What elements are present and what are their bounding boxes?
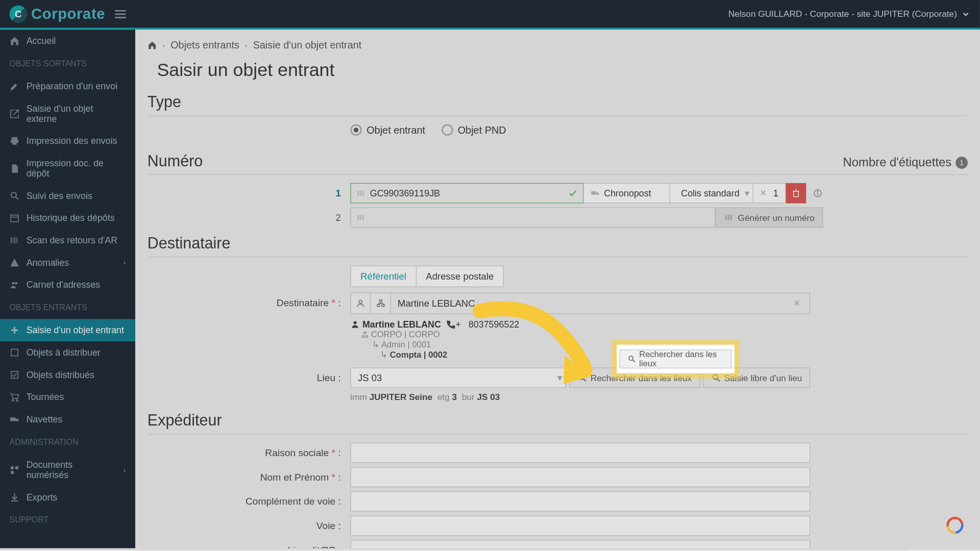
destinataire-name: Martine LEBLANC	[362, 320, 441, 330]
svg-rect-10	[15, 237, 16, 243]
download-icon	[10, 492, 20, 503]
annotation-highlight-box: Rechercher dans les lieux	[611, 339, 740, 379]
svg-point-19	[16, 399, 18, 401]
delete-row-button[interactable]	[786, 183, 806, 204]
home-icon[interactable]	[148, 40, 157, 50]
svg-point-3	[11, 192, 16, 197]
person-icon-button[interactable]	[350, 293, 371, 314]
sidebar-item-accueil[interactable]: Accueil	[0, 30, 135, 52]
svg-rect-20	[10, 417, 15, 421]
info-icon[interactable]	[813, 189, 823, 198]
lieudit-input[interactable]	[350, 540, 810, 548]
menu-toggle-icon[interactable]	[115, 8, 126, 20]
carrier-select[interactable]: Chronopost	[583, 183, 670, 204]
svg-point-18	[12, 399, 14, 401]
qrcode-icon	[10, 465, 20, 475]
org-icon-button[interactable]	[371, 293, 391, 314]
user-context-dropdown[interactable]: Nelson GUILLARD - Corporate - site JUPIT…	[728, 9, 970, 19]
svg-rect-27	[359, 191, 360, 196]
svg-rect-17	[11, 371, 18, 378]
section-type-title: Type	[148, 93, 968, 112]
calendar-icon	[10, 213, 20, 223]
cart-icon	[10, 392, 20, 403]
sidebar-item-saisie-objet-entrant[interactable]: Saisie d'un objet entrant	[0, 319, 135, 341]
app-name: Corporate	[31, 5, 105, 22]
chevron-down-icon	[961, 9, 971, 19]
sidebar-item-tournees[interactable]: Tournées	[0, 386, 135, 409]
numero-input-1[interactable]: GC990369119JB	[350, 183, 583, 204]
truck-icon	[591, 189, 600, 198]
svg-rect-45	[728, 215, 729, 220]
svg-rect-8	[12, 237, 13, 243]
sidebar-item-historique-depots[interactable]: Historique des dépôts	[0, 207, 135, 229]
annotation-arrow-icon	[453, 297, 616, 406]
nom-prenom-input[interactable]	[350, 467, 810, 488]
svg-rect-2	[12, 142, 16, 145]
warning-icon	[10, 258, 20, 268]
sidebar: Accueil OBJETS SORTANTS Préparation d'un…	[0, 30, 135, 548]
clear-icon[interactable]: ×	[791, 297, 803, 310]
svg-rect-42	[363, 215, 364, 220]
svg-rect-29	[362, 191, 362, 196]
user-context-text: Nelson GUILLARD - Corporate - site JUPIT…	[728, 9, 957, 19]
svg-point-56	[354, 321, 357, 324]
addressbook-icon	[10, 280, 20, 290]
svg-rect-0	[12, 137, 18, 140]
lieu-label: Lieu :	[148, 368, 351, 388]
sidebar-item-anomalies[interactable]: Anomalies‹	[0, 252, 135, 274]
sidebar-item-exports[interactable]: Exports	[0, 486, 135, 509]
person-icon	[356, 299, 365, 309]
checkbox-empty-icon	[10, 347, 20, 358]
qty-input[interactable]: ×1	[753, 183, 786, 204]
highlighted-search-lieux-button[interactable]: Rechercher dans les lieux	[620, 349, 732, 368]
sidebar-item-preparation-envoi[interactable]: Préparation d'un envoi	[0, 75, 135, 97]
chevron-down-icon: ▾	[745, 188, 749, 198]
section-numero-title: Numéro	[148, 152, 203, 170]
announcekit-widget-icon[interactable]	[946, 516, 964, 534]
svg-rect-49	[379, 300, 382, 302]
breadcrumb-link-1[interactable]: Objets entrants	[170, 39, 239, 51]
sidebar-item-impression-envois[interactable]: Impression des envois	[0, 130, 135, 152]
sidebar-item-objets-distribues[interactable]: Objets distribués	[0, 364, 135, 386]
sidebar-item-objets-distribuer[interactable]: Objets à distribuer	[0, 341, 135, 364]
sidebar-item-navettes[interactable]: Navettes	[0, 408, 135, 431]
sidebar-item-impression-doc-depot[interactable]: Impression doc. de dépôt	[0, 152, 135, 185]
svg-rect-5	[11, 215, 18, 222]
tab-adresse-postale[interactable]: Adresse postale	[416, 266, 504, 287]
svg-rect-21	[11, 466, 14, 469]
svg-rect-28	[360, 191, 361, 196]
voie-input[interactable]	[350, 516, 810, 536]
generate-number-button[interactable]: Générer un numéro	[716, 208, 823, 228]
numero-row-index-1: 1	[148, 188, 351, 198]
svg-rect-44	[727, 215, 727, 220]
sidebar-item-carnet-adresses[interactable]: Carnet d'adresses	[0, 274, 135, 296]
svg-point-13	[15, 282, 17, 285]
subdir-arrow-icon: ↳	[372, 339, 380, 349]
radio-objet-pnd[interactable]: Objet PND	[442, 124, 506, 136]
raison-sociale-input[interactable]	[350, 443, 810, 463]
main-content: · Objets entrants · Saisie d'un objet en…	[135, 30, 980, 548]
breadcrumb: · Objets entrants · Saisie d'un objet en…	[148, 30, 968, 60]
sidebar-item-saisie-externe[interactable]: Saisie d'un objet externe	[0, 97, 135, 130]
app-logo[interactable]: C Corporate	[10, 5, 106, 22]
sidebar-item-documents-numerises[interactable]: Documents numérisés‹	[0, 454, 135, 486]
person-icon	[350, 320, 360, 330]
radio-checked-icon	[350, 124, 362, 136]
numero-input-2[interactable]	[350, 208, 716, 228]
svg-rect-16	[11, 349, 18, 356]
svg-line-65	[633, 360, 635, 362]
svg-rect-22	[15, 466, 18, 469]
svg-point-37	[817, 191, 818, 192]
radio-unchecked-icon	[442, 124, 453, 136]
svg-rect-41	[362, 215, 362, 220]
svg-rect-7	[11, 237, 12, 243]
tab-referentiel[interactable]: Référentiel	[350, 266, 416, 287]
chevron-left-icon: ‹	[124, 259, 126, 266]
parcel-type-select[interactable]: Colis standard▾	[670, 183, 753, 204]
complement-voie-input[interactable]	[350, 491, 810, 512]
pencil-icon	[10, 81, 20, 91]
sidebar-item-suivi-envois[interactable]: Suivi des envois	[0, 185, 135, 207]
radio-objet-entrant[interactable]: Objet entrant	[350, 124, 425, 136]
close-icon[interactable]: ×	[757, 187, 769, 199]
sidebar-item-scan-retours[interactable]: Scan des retours d'AR	[0, 229, 135, 252]
